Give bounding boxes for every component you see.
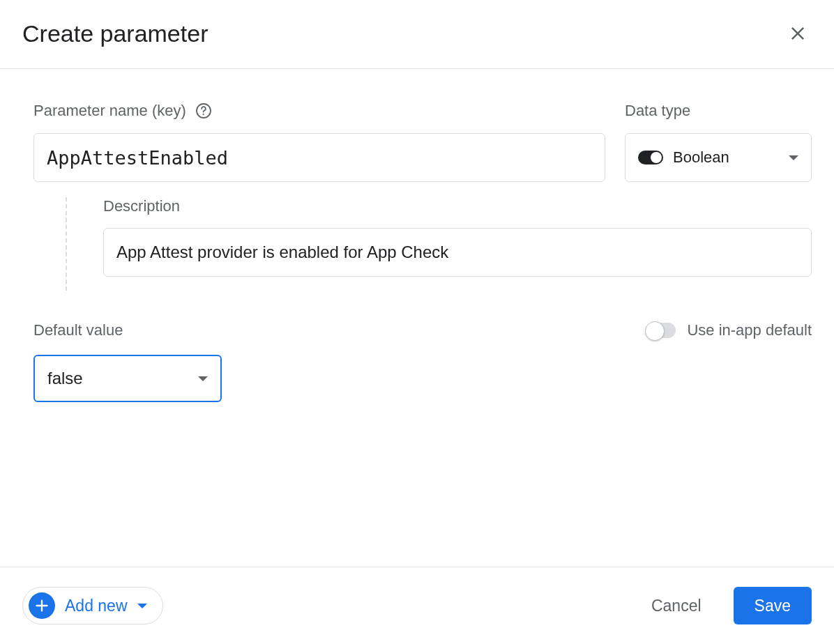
parameter-name-label-row: Parameter name (key) xyxy=(33,101,605,121)
add-new-label: Add new xyxy=(65,597,128,615)
description-block: Description xyxy=(33,197,812,277)
chevron-down-icon xyxy=(198,376,208,381)
data-type-value: Boolean xyxy=(673,148,779,167)
data-type-label-row: Data type xyxy=(625,101,812,121)
chevron-down-icon xyxy=(137,604,147,608)
tree-connector xyxy=(33,197,103,277)
default-value-field: Default value false xyxy=(33,321,222,402)
description-inner: Description xyxy=(103,197,812,277)
parameter-name-field: Parameter name (key) xyxy=(33,101,605,182)
use-in-app-default: Use in-app default xyxy=(646,321,812,339)
svg-point-1 xyxy=(202,114,204,115)
add-new-button[interactable]: Add new xyxy=(22,587,163,624)
boolean-type-icon xyxy=(638,151,663,164)
top-row: Parameter name (key) Data type Boolean xyxy=(33,101,812,182)
description-label: Description xyxy=(103,197,812,215)
use-in-app-default-label: Use in-app default xyxy=(687,321,812,339)
data-type-label: Data type xyxy=(625,102,690,120)
footer-actions: Cancel Save xyxy=(639,587,812,624)
parameter-name-label: Parameter name (key) xyxy=(33,102,186,120)
cancel-button[interactable]: Cancel xyxy=(639,588,714,624)
save-button[interactable]: Save xyxy=(734,587,812,624)
use-in-app-default-toggle[interactable] xyxy=(646,323,676,338)
chevron-down-icon xyxy=(789,155,798,160)
plus-icon xyxy=(29,592,55,619)
description-input[interactable] xyxy=(103,228,812,277)
data-type-field: Data type Boolean xyxy=(625,101,812,182)
create-parameter-dialog: Create parameter Parameter name (key) Da… xyxy=(0,0,834,644)
default-value-select[interactable]: false xyxy=(33,355,222,402)
close-icon xyxy=(788,24,808,43)
close-button[interactable] xyxy=(784,20,812,47)
help-icon[interactable] xyxy=(195,102,213,120)
default-value-label: Default value xyxy=(33,321,222,339)
dialog-content: Parameter name (key) Data type Boolean xyxy=(0,69,834,567)
data-type-select[interactable]: Boolean xyxy=(625,133,812,182)
dialog-footer: Add new Cancel Save xyxy=(0,567,834,644)
parameter-name-input[interactable] xyxy=(33,133,605,182)
dialog-header: Create parameter xyxy=(0,0,834,69)
default-value-text: false xyxy=(47,369,83,388)
default-value-row: Default value false Use in-app default xyxy=(33,321,812,402)
dialog-title: Create parameter xyxy=(22,20,208,47)
